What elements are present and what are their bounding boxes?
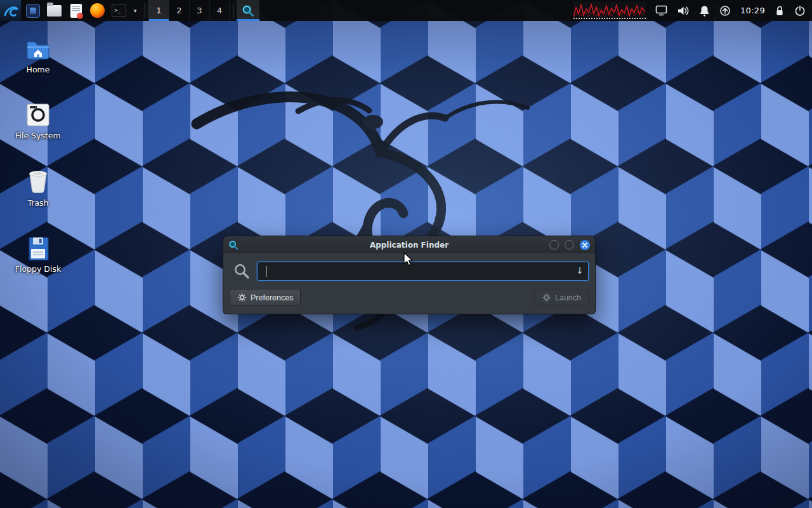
launcher-group: >_ ▾ xyxy=(21,0,141,21)
power-icon xyxy=(794,5,806,17)
panel-separator xyxy=(233,3,233,18)
floppy-disk-icon xyxy=(10,234,66,260)
launch-label: Launch xyxy=(555,293,581,302)
workspace-4[interactable]: 4 xyxy=(209,0,230,21)
workspace-1[interactable]: 1 xyxy=(148,0,169,21)
desktop-icon-file-system[interactable]: File System xyxy=(10,100,66,140)
maximize-button[interactable] xyxy=(565,240,574,250)
app-finder-task-icon xyxy=(242,4,254,17)
search-row: ↓ xyxy=(223,253,595,286)
files-icon xyxy=(26,4,40,18)
minimize-button[interactable] xyxy=(549,240,559,250)
top-panel: >_ ▾ 1 2 3 4 xyxy=(0,0,812,21)
update-globe-icon xyxy=(719,5,731,17)
preferences-label: Preferences xyxy=(251,293,293,302)
file-system-drive-icon xyxy=(10,100,66,127)
notifications-tray-button[interactable] xyxy=(699,5,710,17)
titlebar[interactable]: Application Finder xyxy=(223,236,595,253)
lock-icon xyxy=(775,5,785,17)
display-icon xyxy=(655,5,667,16)
firefox-icon xyxy=(90,3,105,18)
volume-icon xyxy=(677,5,690,17)
close-button[interactable] xyxy=(580,240,590,250)
home-folder-icon xyxy=(10,34,66,61)
firefox-launcher[interactable] xyxy=(88,0,107,21)
text-editor-launcher[interactable] xyxy=(67,0,85,21)
system-load-graph[interactable] xyxy=(573,2,646,19)
chevron-down-icon[interactable]: ▾ xyxy=(131,8,139,14)
action-bar: Preferences Launch xyxy=(223,286,595,314)
file-manager-launcher[interactable] xyxy=(45,0,63,21)
terminal-launcher[interactable]: >_ xyxy=(110,0,128,21)
desktop-icon-trash[interactable]: Trash xyxy=(10,168,66,208)
window-title: Application Finder xyxy=(223,241,595,250)
workspace-2[interactable]: 2 xyxy=(169,0,189,21)
panel-clock[interactable]: 10:29 xyxy=(740,6,765,15)
expand-arrow-icon[interactable]: ↓ xyxy=(576,265,584,276)
document-icon xyxy=(70,4,82,18)
application-finder-window: Application Finder ↓ xyxy=(223,236,595,314)
desktop-icon-label: Trash xyxy=(10,198,66,208)
preferences-button[interactable]: Preferences xyxy=(230,289,301,306)
search-entry: ↓ xyxy=(257,262,589,281)
launch-gear-icon xyxy=(542,293,551,302)
display-tray-button[interactable] xyxy=(655,5,667,16)
search-icon xyxy=(233,263,250,279)
desktop-icon-label: File System xyxy=(10,131,66,140)
desktop-icon-label: Floppy Disk xyxy=(10,264,66,274)
desktop-icon-label: Home xyxy=(10,65,66,74)
taskbar-application-finder[interactable] xyxy=(237,0,259,21)
gear-icon xyxy=(237,293,247,302)
panel-right-group: 10:29 xyxy=(573,0,812,21)
bell-icon xyxy=(699,5,710,17)
screen-lock-button[interactable] xyxy=(775,5,785,17)
desktop-icon-home[interactable]: Home xyxy=(10,34,66,74)
workspace-switcher: 1 2 3 4 xyxy=(148,0,230,21)
trash-can-icon xyxy=(10,168,66,194)
close-icon xyxy=(582,243,587,248)
kali-menu-button[interactable] xyxy=(0,0,21,21)
logout-power-button[interactable] xyxy=(794,5,806,17)
panel-left-group: >_ ▾ 1 2 3 4 xyxy=(0,0,259,21)
panel-separator xyxy=(145,3,145,18)
kali-logo-icon xyxy=(3,3,18,18)
search-input[interactable] xyxy=(258,262,588,280)
launch-button[interactable]: Launch xyxy=(534,289,589,306)
window-controls xyxy=(549,240,590,250)
updates-tray-button[interactable] xyxy=(719,5,731,17)
files-launcher[interactable] xyxy=(23,0,42,21)
terminal-icon: >_ xyxy=(112,4,126,17)
folder-icon xyxy=(47,5,62,17)
cpu-graph-icon xyxy=(573,2,646,18)
volume-tray-button[interactable] xyxy=(677,5,690,17)
text-caret xyxy=(266,266,266,277)
desktop-icon-floppy-disk[interactable]: Floppy Disk xyxy=(10,234,66,274)
window-app-icon xyxy=(228,240,239,250)
workspace-3[interactable]: 3 xyxy=(189,0,209,21)
